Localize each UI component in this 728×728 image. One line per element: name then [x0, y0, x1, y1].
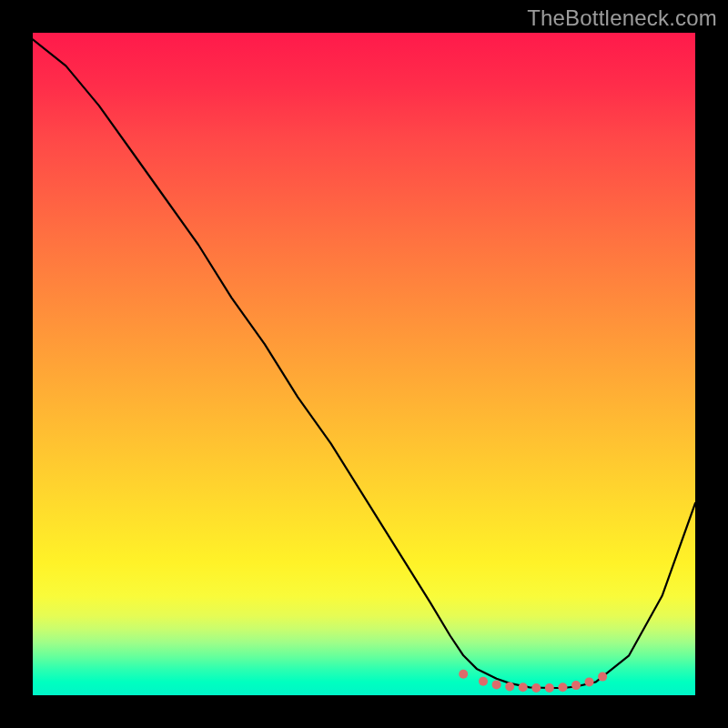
optimal-marker — [558, 682, 567, 692]
optimal-marker — [585, 677, 594, 686]
optimal-marker — [545, 683, 554, 693]
optimal-zone-markers — [459, 670, 607, 693]
watermark-label: TheBottleneck.com — [527, 5, 717, 31]
bottleneck-curve — [33, 39, 695, 688]
optimal-marker — [505, 682, 514, 692]
chart-svg — [33, 33, 695, 695]
optimal-marker — [531, 683, 541, 693]
optimal-marker — [571, 681, 581, 690]
optimal-marker — [598, 672, 607, 682]
chart-frame: TheBottleneck.com — [0, 0, 728, 728]
plot-area — [33, 33, 695, 695]
optimal-marker — [519, 682, 528, 692]
optimal-marker — [459, 670, 468, 679]
optimal-marker — [492, 680, 501, 689]
optimal-marker — [479, 677, 488, 686]
